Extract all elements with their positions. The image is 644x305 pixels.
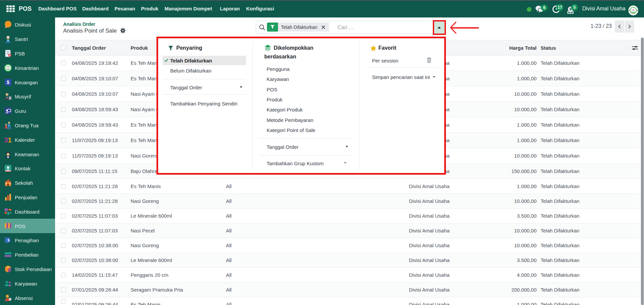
svg-text:$: $ [7,238,9,242]
svg-text:$: $ [7,80,9,85]
svg-text:1: 1 [8,136,12,144]
svg-text:3: 3 [4,136,8,144]
